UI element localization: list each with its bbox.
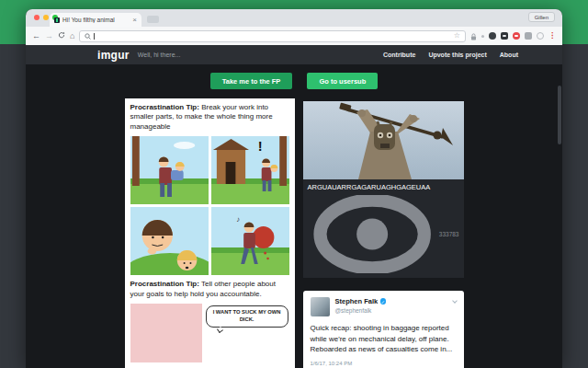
comic-tip-1: Procrastination Tip: Break your work int… bbox=[130, 103, 289, 132]
speech-bubble: I WANT TO SUCK MY OWN DICK. bbox=[206, 305, 288, 328]
tab-title: Hi! You filthy animal bbox=[62, 17, 130, 23]
tweet-author-handle: @stephenfalk bbox=[335, 307, 387, 314]
post-grid: Procrastination Tip: Break your work int… bbox=[26, 98, 562, 368]
browser-window: Hi! You filthy animal × Gillen ← → ⌂ ☆ ⋮ bbox=[26, 9, 562, 368]
tweet-author-name: Stephen Falk bbox=[335, 297, 379, 305]
comic-panel-4: ♪ bbox=[211, 207, 289, 275]
go-to-usersub-button[interactable]: Go to usersub bbox=[307, 73, 378, 89]
extension-adblock-icon[interactable] bbox=[513, 32, 520, 40]
comic-panels: ! bbox=[130, 136, 289, 275]
forward-icon[interactable]: → bbox=[45, 32, 53, 40]
tweet-post-card[interactable]: Stephen Falk ✓ @stephenfalk Quick recap:… bbox=[303, 291, 464, 368]
bookmark-star-icon[interactable]: ☆ bbox=[454, 32, 460, 40]
comic-post-card[interactable]: Procrastination Tip: Break your work int… bbox=[125, 98, 295, 368]
extension-dark-circle-icon[interactable] bbox=[489, 32, 496, 40]
tusken-image bbox=[303, 101, 464, 179]
comic-panel-6: I WANT TO SUCK MY OWN DICK. bbox=[205, 304, 289, 362]
browser-tab-bar: Hi! You filthy animal × Gillen bbox=[26, 9, 562, 27]
speech-bubble-tail bbox=[217, 327, 223, 333]
take-me-to-fp-button[interactable]: Take me to the FP bbox=[210, 73, 293, 89]
nav-link-upvote[interactable]: Upvote this project bbox=[428, 52, 486, 58]
browser-toolbar: ← → ⌂ ☆ ⋮ bbox=[26, 27, 562, 45]
nav-link-about[interactable]: About bbox=[500, 52, 518, 58]
svg-text:!: ! bbox=[257, 139, 262, 154]
comic-bottom-row: I WANT TO SUCK MY OWN DICK. bbox=[130, 304, 289, 362]
browser-menu-icon[interactable]: ⋮ bbox=[548, 32, 556, 40]
imgur-page: imgur Well, hi there... Contribute Upvot… bbox=[26, 45, 562, 368]
comic-tip-2: Procrastination Tip: Tell other people a… bbox=[130, 280, 289, 299]
navbar-links: Contribute Upvote this project About bbox=[383, 52, 518, 58]
cta-row: Take me to the FP Go to usersub bbox=[26, 73, 562, 89]
tweet-body: Quick recap: shooting in baggage reporte… bbox=[311, 323, 457, 355]
close-tab-icon[interactable]: × bbox=[132, 17, 137, 24]
address-bar[interactable]: ☆ bbox=[79, 30, 466, 42]
back-icon[interactable]: ← bbox=[32, 32, 40, 40]
tweet-header: Stephen Falk ✓ @stephenfalk bbox=[311, 297, 457, 316]
tusken-post-title[interactable]: ARGUAUARRGAGARUAGHGAGEUAA bbox=[303, 179, 464, 192]
comic-panel-5 bbox=[130, 304, 202, 362]
minimize-window-button[interactable] bbox=[43, 15, 49, 20]
verified-badge-icon: ✓ bbox=[380, 298, 387, 305]
search-icon bbox=[85, 33, 91, 40]
home-icon[interactable]: ⌂ bbox=[70, 32, 74, 40]
imgur-logo[interactable]: imgur bbox=[97, 49, 130, 62]
imgur-navbar: imgur Well, hi there... Contribute Upvot… bbox=[26, 45, 562, 64]
reload-icon[interactable] bbox=[58, 31, 65, 40]
extension-gray-square-icon[interactable] bbox=[525, 32, 532, 40]
view-count-value: 333783 bbox=[439, 231, 459, 237]
nav-link-contribute[interactable]: Contribute bbox=[383, 52, 415, 58]
tweet-timestamp: 1/6/17, 10:24 PM bbox=[311, 361, 457, 366]
new-tab-button[interactable] bbox=[147, 16, 159, 23]
eye-icon bbox=[308, 195, 436, 273]
page-scrollbar[interactable] bbox=[558, 86, 561, 144]
avatar bbox=[311, 297, 330, 316]
comic-panel-3 bbox=[130, 207, 209, 275]
extension-dark-square-icon[interactable] bbox=[501, 32, 508, 40]
imgur-favicon-icon bbox=[54, 17, 60, 23]
comic-panel-1 bbox=[130, 136, 209, 204]
tusken-post-card[interactable]: ARGUAUARRGAGARUAGHGAGEUAA 333783 bbox=[303, 101, 464, 278]
text-cursor bbox=[94, 33, 95, 40]
navbar-tagline: Well, hi there... bbox=[138, 52, 181, 58]
padlock-icon[interactable] bbox=[470, 28, 477, 44]
browser-tab[interactable]: Hi! You filthy animal × bbox=[50, 13, 141, 27]
tweet-author-block: Stephen Falk ✓ @stephenfalk bbox=[335, 297, 387, 314]
view-count: 333783 bbox=[303, 192, 464, 278]
close-window-button[interactable] bbox=[34, 15, 40, 20]
extension-gray-circle-icon[interactable] bbox=[537, 32, 544, 40]
extension-dot-icon[interactable] bbox=[481, 35, 484, 38]
chevron-down-icon bbox=[452, 298, 458, 304]
svg-text:♪: ♪ bbox=[236, 215, 240, 224]
comic-panel-2: ! bbox=[211, 136, 289, 204]
browser-profile-button[interactable]: Gillen bbox=[528, 12, 555, 22]
right-column: ARGUAUARRGAGARUAGHGAGEUAA 333783 Stephen… bbox=[303, 101, 464, 368]
